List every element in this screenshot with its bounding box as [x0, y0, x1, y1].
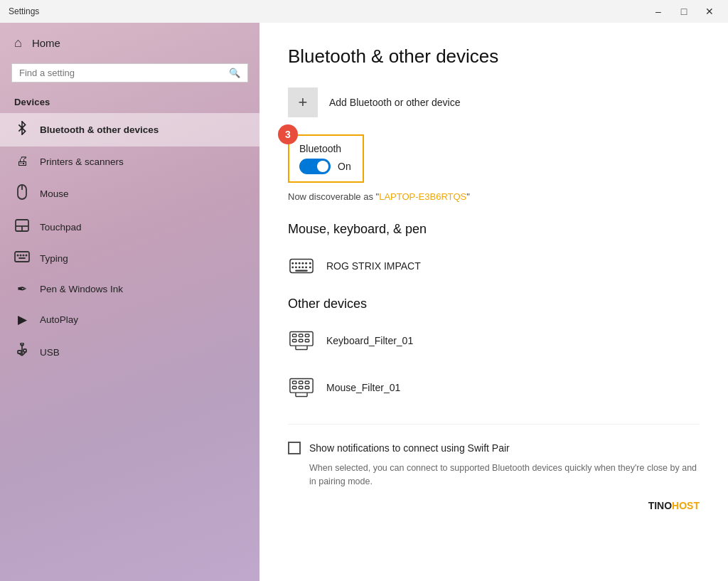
- maximize-button[interactable]: □: [674, 4, 694, 18]
- svg-rect-5: [15, 252, 29, 262]
- touchpad-icon: [14, 219, 30, 235]
- svg-rect-43: [299, 381, 302, 384]
- svg-rect-46: [299, 386, 302, 389]
- mouse-filter-name: Mouse_Filter_01: [326, 382, 400, 393]
- swift-pair-label: Show notifications to connect using Swif…: [309, 442, 510, 454]
- keyboard-filter-name: Keyboard_Filter_01: [326, 335, 413, 346]
- sidebar-item-typing[interactable]: Typing: [0, 243, 259, 274]
- device-name-highlight: LAPTOP-E3B6RTQS: [379, 191, 466, 202]
- other-devices-section-header: Other devices: [288, 297, 700, 311]
- bluetooth-icon: [14, 121, 30, 139]
- content-area: Bluetooth & other devices + Add Bluetoot…: [259, 23, 728, 581]
- toggle-knob: [317, 161, 328, 172]
- svg-rect-47: [305, 386, 309, 389]
- sidebar-item-bluetooth[interactable]: Bluetooth & other devices: [0, 113, 259, 146]
- swift-pair-checkbox[interactable]: [288, 442, 301, 454]
- minimize-button[interactable]: –: [648, 4, 668, 18]
- rog-device-name: ROG STRIX IMPACT: [326, 260, 421, 272]
- close-button[interactable]: ✕: [700, 4, 719, 18]
- sidebar-typing-label: Typing: [40, 253, 68, 264]
- window-title: Settings: [9, 6, 39, 16]
- sidebar-item-pen[interactable]: ✒ Pen & Windows Ink: [0, 274, 259, 304]
- sidebar-item-mouse[interactable]: Mouse: [0, 176, 259, 211]
- sidebar-item-home[interactable]: ⌂ Home: [0, 23, 259, 60]
- home-icon: ⌂: [14, 36, 22, 50]
- sidebar-usb-label: USB: [40, 347, 60, 358]
- svg-rect-14: [18, 351, 21, 353]
- sidebar-autoplay-label: AutoPlay: [40, 314, 78, 325]
- keyboard-device-icon: [288, 252, 315, 279]
- mouse-icon: [14, 184, 30, 203]
- svg-rect-15: [23, 349, 26, 352]
- bluetooth-toggle[interactable]: [299, 159, 331, 174]
- mouse-filter-item[interactable]: Mouse_Filter_01: [288, 371, 700, 404]
- add-device-row: + Add Bluetooth or other device: [288, 87, 700, 117]
- title-bar: Settings – □ ✕: [0, 0, 728, 23]
- typing-icon: [14, 251, 30, 266]
- bluetooth-box: Bluetooth On: [288, 134, 364, 183]
- window-controls: – □ ✕: [648, 4, 719, 18]
- search-icon: 🔍: [229, 68, 240, 78]
- toggle-on-label: On: [338, 161, 351, 172]
- sidebar-bluetooth-label: Bluetooth & other devices: [40, 124, 159, 135]
- watermark-tino: TINO: [648, 500, 672, 511]
- sidebar-item-usb[interactable]: USB: [0, 335, 259, 370]
- usb-icon: [14, 343, 30, 362]
- app-body: ⌂ Home 🔍 Devices Bluetooth & other devic…: [0, 23, 728, 581]
- sidebar-item-printers[interactable]: 🖨 Printers & scanners: [0, 146, 259, 176]
- svg-rect-32: [292, 334, 296, 337]
- svg-rect-34: [305, 334, 309, 337]
- discoverable-prefix: Now discoverable as: [288, 191, 376, 202]
- svg-rect-42: [292, 381, 296, 384]
- sidebar-item-autoplay[interactable]: ▶ AutoPlay: [0, 304, 259, 335]
- mouse-keyboard-section-header: Mouse, keyboard, & pen: [288, 222, 700, 237]
- keyboard-filter-item[interactable]: Keyboard_Filter_01: [288, 324, 700, 357]
- swift-pair-section: Show notifications to connect using Swif…: [288, 424, 700, 489]
- svg-rect-37: [305, 339, 309, 342]
- svg-rect-45: [292, 386, 296, 389]
- add-device-label: Add Bluetooth or other device: [329, 97, 460, 108]
- rog-device-item[interactable]: ROG STRIX IMPACT: [288, 250, 700, 282]
- search-input[interactable]: [19, 68, 223, 78]
- autoplay-icon: ▶: [14, 312, 30, 327]
- sidebar-item-touchpad[interactable]: Touchpad: [0, 211, 259, 243]
- svg-rect-44: [305, 381, 309, 384]
- bluetooth-label: Bluetooth: [299, 143, 351, 154]
- swift-pair-row: Show notifications to connect using Swif…: [288, 442, 700, 454]
- page-title: Bluetooth & other devices: [288, 46, 700, 68]
- printer-icon: 🖨: [14, 154, 30, 169]
- mouse-filter-icon: [288, 374, 315, 401]
- watermark: TINOHOST: [288, 500, 700, 511]
- discoverable-text: Now discoverable as "LAPTOP-E3B6RTQS": [288, 191, 700, 202]
- sidebar-mouse-label: Mouse: [40, 188, 69, 199]
- step-badge: 3: [278, 124, 298, 144]
- search-box: 🔍: [11, 63, 248, 82]
- sidebar: ⌂ Home 🔍 Devices Bluetooth & other devic…: [0, 23, 259, 581]
- swift-pair-description: When selected, you can connect to suppor…: [288, 462, 700, 489]
- sidebar-touchpad-label: Touchpad: [40, 222, 82, 233]
- keyboard-filter-icon: [288, 327, 315, 354]
- home-label: Home: [32, 37, 60, 49]
- svg-rect-36: [299, 339, 302, 342]
- sidebar-pen-label: Pen & Windows Ink: [40, 284, 123, 294]
- sidebar-printers-label: Printers & scanners: [40, 156, 124, 167]
- svg-rect-33: [299, 334, 302, 337]
- pen-icon: ✒: [14, 282, 30, 297]
- bluetooth-section: 3 Bluetooth On: [288, 134, 700, 183]
- sidebar-section-label: Devices: [0, 92, 259, 113]
- watermark-host: HOST: [672, 500, 700, 511]
- svg-rect-35: [292, 339, 296, 342]
- toggle-row: On: [299, 159, 351, 174]
- add-device-button[interactable]: +: [288, 87, 318, 117]
